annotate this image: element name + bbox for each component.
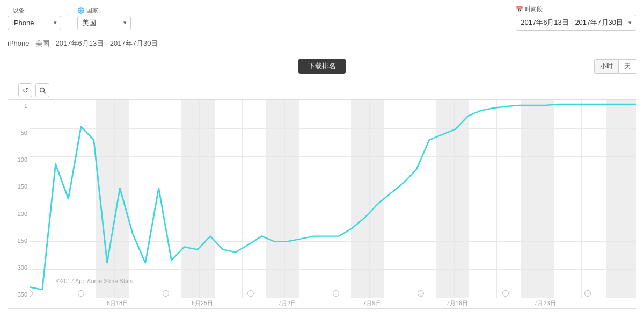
- country-select-wrap: 美国 中国 日本 英国: [77, 16, 131, 30]
- x-marker-2: [163, 290, 169, 297]
- breadcrumb: iPhone - 美国 - 2017年6月13日 - 2017年7月30日: [0, 35, 644, 53]
- x-marker-7: [584, 290, 591, 297]
- time-toggle: 小时 天: [594, 59, 636, 74]
- copyright: ©2017 App Annie Store Stats: [56, 278, 133, 284]
- x-axis: 6月18日 6月25日 7月2日 7月9日 7月16日 7月23日: [30, 298, 636, 308]
- line-chart: [30, 100, 636, 298]
- time-label: 📅 时间段: [516, 5, 636, 13]
- y-label-250: 250: [18, 237, 27, 244]
- x-label-jul23: 7月23日: [534, 299, 555, 307]
- chart-controls: ↺: [8, 81, 636, 99]
- y-label-100: 100: [18, 156, 27, 163]
- time-day-button[interactable]: 天: [619, 59, 636, 74]
- device-label: □ 设备: [8, 6, 61, 15]
- y-label-300: 300: [18, 264, 27, 271]
- y-label-150: 150: [18, 183, 27, 190]
- plot-area: ©2017 App Annie Store Stats: [30, 100, 636, 298]
- svg-point-0: [40, 88, 44, 92]
- y-label-50: 50: [21, 129, 27, 136]
- y-label-200: 200: [18, 211, 27, 217]
- device-filter: □ 设备 iPhone iPad Android: [8, 6, 61, 30]
- svg-line-1: [43, 91, 46, 93]
- x-marker-4: [333, 290, 339, 297]
- zoom-button[interactable]: [35, 83, 49, 97]
- x-marker-1: [78, 290, 84, 297]
- chart-header: 下载排名 小时 天: [0, 53, 644, 79]
- top-bar: □ 设备 iPhone iPad Android 🌐 国家 美国 中国 日本 英…: [0, 0, 644, 35]
- time-hour-button[interactable]: 小时: [594, 59, 619, 74]
- x-label-jun18: 6月18日: [107, 299, 128, 307]
- x-marker-3: [247, 290, 254, 297]
- x-label-jul9: 7月9日: [363, 299, 381, 307]
- reset-zoom-button[interactable]: ↺: [18, 83, 32, 97]
- device-select-wrap: iPhone iPad Android: [8, 16, 61, 30]
- x-marker-5: [418, 290, 424, 297]
- date-range-value: 2017年6月13日 - 2017年7月30日: [521, 18, 623, 26]
- date-range-picker[interactable]: 2017年6月13日 - 2017年7月30日: [516, 15, 636, 31]
- x-label-jun25: 6月25日: [192, 299, 213, 307]
- x-label-jul2: 7月2日: [278, 299, 296, 307]
- country-label: 🌐 国家: [77, 6, 131, 15]
- x-label-jul16: 7月16日: [446, 299, 467, 307]
- y-label-1: 1: [24, 103, 27, 109]
- rank-line: [30, 104, 636, 290]
- y-axis: 1 50 100 150 200 250 300 350: [8, 100, 30, 298]
- chart-area: ↺ 1 50 100 150 200 250 300 350: [0, 79, 644, 309]
- country-filter: 🌐 国家 美国 中国 日本 英国: [77, 6, 131, 30]
- date-range-group: 📅 时间段 2017年6月13日 - 2017年7月30日: [516, 5, 636, 31]
- chart-title-button[interactable]: 下载排名: [298, 59, 346, 74]
- device-select[interactable]: iPhone iPad Android: [8, 16, 61, 30]
- x-marker-6: [502, 290, 509, 297]
- country-select[interactable]: 美国 中国 日本 英国: [77, 16, 131, 30]
- y-label-350: 350: [18, 291, 27, 298]
- chart-container: 1 50 100 150 200 250 300 350: [8, 99, 636, 309]
